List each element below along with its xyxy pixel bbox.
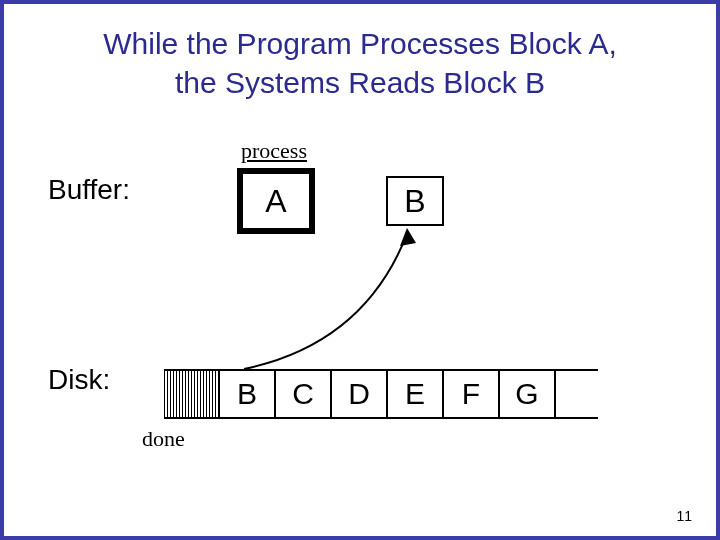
disk-block-c: C [276,371,332,417]
disk-block-g: G [500,371,556,417]
disk-block-b: B [220,371,276,417]
done-label: done [142,426,185,452]
slide-title: While the Program Processes Block A, the… [4,24,716,102]
disk-row: B C D E F G [164,369,598,419]
buffer-block-b: B [386,176,444,226]
page-number: 11 [676,508,692,524]
process-label: process [241,138,307,164]
disk-block-done [164,371,220,417]
svg-marker-0 [400,228,416,246]
buffer-label: Buffer: [48,174,130,206]
disk-block-d: D [332,371,388,417]
title-line-2: the Systems Reads Block B [175,66,545,99]
disk-block-e: E [388,371,444,417]
disk-label: Disk: [48,364,110,396]
read-arrow [234,224,444,374]
disk-block-empty [556,371,598,417]
title-line-1: While the Program Processes Block A, [103,27,617,60]
disk-block-f: F [444,371,500,417]
